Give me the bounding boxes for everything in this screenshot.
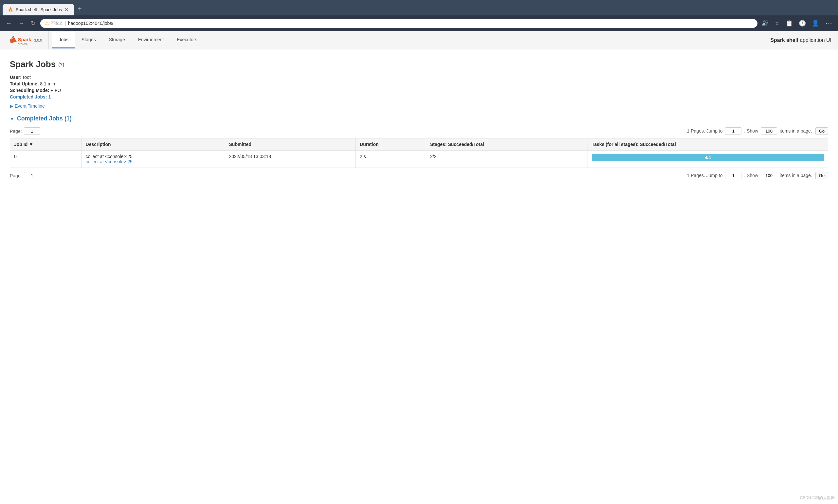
collapse-arrow-icon: ▼ [10,116,14,122]
expand-arrow-icon: ▶ [10,104,14,109]
browser-menu-button[interactable]: ⋯ [824,18,834,29]
page-input-top[interactable] [24,127,40,135]
cell-duration: 2 s [356,150,426,168]
show-input-top[interactable] [761,127,777,135]
tab-favicon: 🔥 [8,7,13,13]
show-input-bottom[interactable] [761,172,777,179]
spark-nav: Jobs Stages Storage Environment Executor… [52,32,203,49]
svg-text:Spark: Spark [18,37,32,42]
pages-info-bottom: 1 Pages. Jump to . Show items in a page.… [687,172,828,179]
nav-stages[interactable]: Stages [75,32,103,49]
spark-navbar: Spark APACHE 3.0.0 Jobs Stages Storage E… [0,31,838,50]
spark-app-name: Spark shell application UI [770,37,832,43]
pages-info-top: 1 Pages. Jump to . Show items in a page.… [687,127,828,135]
favorites-icon[interactable]: ☆ [773,18,781,28]
page-title-text: Spark Jobs [10,59,56,69]
collections-icon[interactable]: 📋 [784,18,794,28]
scheduling-info: Scheduling Mode: FIFO [10,88,828,93]
forward-button[interactable]: → [16,19,26,28]
jobs-table-body: 0 collect at <console>:25 collect at <co… [10,150,828,168]
browser-toolbar-right: 🔊 ☆ 📋 🕐 👤 ⋯ [760,18,834,29]
svg-text:APACHE: APACHE [18,42,28,45]
completed-jobs-info: Completed Jobs: 1 [10,94,828,100]
nav-environment[interactable]: Environment [131,32,171,49]
col-submitted: Submitted [225,139,356,150]
jobs-table: Job Id ▼ Description Submitted Duration … [10,138,828,168]
cell-submitted: 2022/05/18 13:03:18 [225,150,356,168]
event-timeline-toggle[interactable]: ▶ Event Timeline [10,104,45,109]
browser-toolbar: ← → ↻ ⚠ 不安全 | hadoop102:4040/jobs/ 🔊 ☆ 📋… [0,15,838,31]
spark-logo: Spark APACHE 3.0.0 [6,31,49,49]
spark-logo-image: Spark APACHE [6,34,33,46]
url-separator: | [65,21,66,26]
completed-jobs-section-header: ▼ Completed Jobs (1) [10,115,828,122]
active-tab[interactable]: 🔥 Spark shell - Spark Jobs ✕ [3,4,74,15]
nav-storage[interactable]: Storage [103,32,131,49]
page-title-container: Spark Jobs (?) [10,59,828,69]
read-aloud-icon[interactable]: 🔊 [760,18,770,28]
col-tasks: Tasks (for all stages): Succeeded/Total [588,139,828,150]
page-label-bottom: Page: [10,173,22,178]
user-label: User: [10,75,22,80]
completed-jobs-section-title[interactable]: Completed Jobs (1) [17,115,72,122]
browser-chrome: 🔥 Spark shell - Spark Jobs ✕ + ← → ↻ ⚠ 不… [0,0,838,31]
description-text: collect at <console>:25 [86,154,221,159]
go-button-top[interactable]: Go [816,127,828,135]
scheduling-label: Scheduling Mode: [10,88,50,93]
new-tab-button[interactable]: + [74,3,86,15]
spark-version: 3.0.0 [34,38,42,42]
go-button-bottom[interactable]: Go [816,172,828,179]
browser-tabs: 🔥 Spark shell - Spark Jobs ✕ + [0,0,838,15]
history-icon[interactable]: 🕐 [798,18,807,28]
event-timeline-section: ▶ Event Timeline [10,104,828,109]
uptime-label: Total Uptime: [10,81,39,86]
profile-icon[interactable]: 👤 [810,18,820,28]
jump-to-input-top[interactable] [725,127,742,135]
cell-tasks: 4/4 [588,150,828,168]
task-progress-bar: 4/4 [592,154,824,161]
jobs-table-header: Job Id ▼ Description Submitted Duration … [10,139,828,150]
completed-jobs-label: Completed Jobs: [10,94,47,100]
main-content: Spark Jobs (?) User: root Total Uptime: … [0,50,838,193]
address-bar[interactable]: ⚠ 不安全 | hadoop102:4040/jobs/ [40,19,757,28]
help-link[interactable]: (?) [58,62,64,67]
user-info: User: root [10,75,828,80]
table-row: 0 collect at <console>:25 collect at <co… [10,150,828,168]
cell-job-id: 0 [10,150,82,168]
uptime-value: 8.1 min [40,81,55,86]
completed-jobs-value: 1 [48,94,51,100]
pagination-top: Page: 1 Pages. Jump to . Show items in a… [10,127,828,135]
uptime-info: Total Uptime: 8.1 min [10,81,828,86]
back-button[interactable]: ← [4,19,14,28]
event-timeline-label: Event Timeline [15,104,45,109]
insecure-label: 不安全 [51,21,63,26]
cell-description: collect at <console>:25 collect at <cons… [82,150,225,168]
col-description: Description [82,139,225,150]
nav-jobs[interactable]: Jobs [52,32,75,49]
completed-jobs-link[interactable]: Completed Jobs: 1 [10,94,51,100]
tab-title: Spark shell - Spark Jobs [16,7,62,12]
col-duration: Duration [356,139,426,150]
jump-to-input-bottom[interactable] [725,172,742,179]
refresh-button[interactable]: ↻ [29,18,38,28]
scheduling-value: FIFO [50,88,61,93]
description-link[interactable]: collect at <console>:25 [86,159,132,164]
page-input-bottom[interactable] [24,172,40,179]
page-label-top: Page: [10,129,22,134]
url-text: hadoop102:4040/jobs/ [68,21,113,26]
cell-stages: 2/2 [426,150,588,168]
col-job-id[interactable]: Job Id ▼ [10,139,82,150]
nav-executors[interactable]: Executors [170,32,203,49]
tab-close-button[interactable]: ✕ [65,6,69,13]
security-warning-icon: ⚠ [45,21,49,26]
col-stages: Stages: Succeeded/Total [426,139,588,150]
user-value: root [23,75,31,80]
pagination-bottom: Page: 1 Pages. Jump to . Show items in a… [10,172,828,179]
